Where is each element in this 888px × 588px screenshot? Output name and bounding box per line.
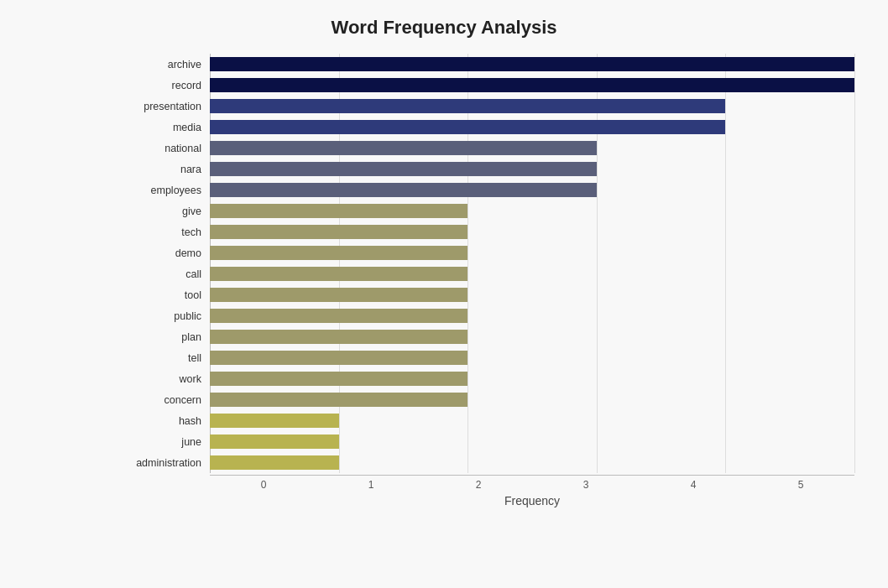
bar-row [210,242,854,263]
y-label: national [109,138,210,159]
x-tick: 2 [425,479,532,491]
bar-row [210,96,854,117]
bar-row [210,347,854,368]
bar-row [210,138,854,159]
x-tick: 4 [640,479,747,491]
x-tick: 3 [532,479,640,491]
bar [210,434,339,448]
y-label: employees [109,180,210,200]
grid-line [854,54,855,473]
bar-row [210,452,854,473]
y-label: archive [109,54,210,75]
y-label: demo [109,242,210,263]
y-label: administration [109,452,210,473]
bar-row [210,180,854,200]
x-tick: 0 [210,479,317,491]
bar-row [210,326,854,347]
x-axis-ticks-area: 012345 Frequency [210,475,854,507]
bar [210,393,468,406]
y-label: plan [109,326,210,347]
y-label: tool [109,284,210,305]
bar [210,141,597,154]
bar-row [210,221,854,242]
y-label: call [109,263,210,284]
bar-row [210,263,854,284]
bar [210,57,854,70]
y-label: hash [109,410,210,431]
bar [210,225,468,238]
bar [210,288,468,301]
y-label: presentation [109,96,210,117]
bar-row [210,305,854,326]
bar [210,162,597,175]
bar [210,267,468,280]
x-tick-labels: 012345 [210,476,854,491]
bar [210,246,468,259]
x-axis-label: Frequency [210,494,854,507]
chart-container: Word Frequency Analysis archiverecordpre… [0,0,888,588]
y-label: media [109,117,210,138]
y-label: record [109,75,210,96]
bar [210,455,339,469]
bar-row [210,54,854,75]
y-label: give [109,200,210,221]
x-tick: 5 [747,479,854,491]
bar [210,204,468,217]
y-label: work [109,368,210,389]
bar-row [210,200,854,221]
bars-area [210,54,854,473]
bar [210,351,468,364]
bar [210,99,725,112]
bar-row [210,410,854,431]
bar-row [210,117,854,138]
bar-row [210,431,854,452]
x-axis: 012345 Frequency [109,475,854,507]
bar [210,309,468,322]
y-label: public [109,305,210,326]
bar-row [210,389,854,410]
chart-title: Word Frequency Analysis [34,17,854,39]
bar-row [210,159,854,180]
bar-row [210,284,854,305]
y-label: concern [109,389,210,410]
bar [210,183,597,196]
bar-row [210,368,854,389]
bar [210,120,725,133]
bar [210,330,468,343]
y-labels: archiverecordpresentationmedianationalna… [109,54,210,473]
bar [210,78,854,91]
bar-row [210,75,854,96]
bar [210,414,339,427]
y-label: tell [109,347,210,368]
bar [210,372,468,385]
y-label: nara [109,159,210,180]
y-label: june [109,431,210,452]
x-tick: 1 [317,479,425,491]
y-label: tech [109,221,210,242]
